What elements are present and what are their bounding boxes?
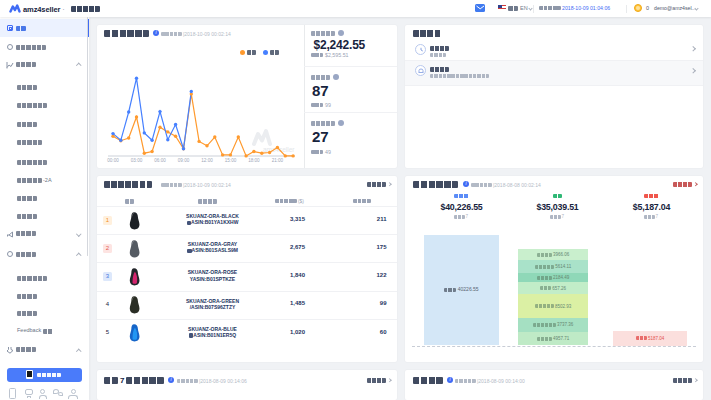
svg-text:03:00: 03:00 <box>131 158 143 163</box>
svg-text:12:00: 12:00 <box>201 158 213 163</box>
svg-text:21:00: 21:00 <box>272 158 284 163</box>
svg-text:15:00: 15:00 <box>225 158 237 163</box>
svg-text:18:00: 18:00 <box>248 158 260 163</box>
svg-text:09:00: 09:00 <box>178 158 190 163</box>
svg-text:00:00: 00:00 <box>107 158 119 163</box>
svg-text:06:00: 06:00 <box>154 158 166 163</box>
